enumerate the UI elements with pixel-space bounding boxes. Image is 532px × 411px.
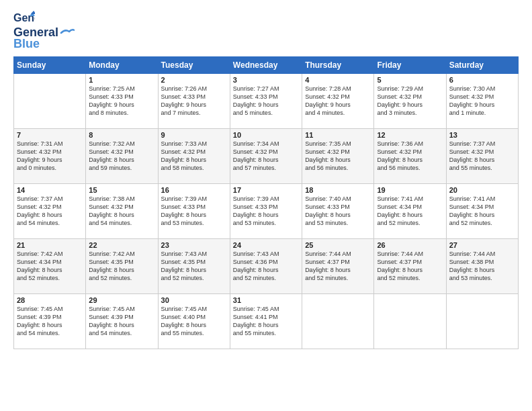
day-info: Sunrise: 7:41 AM Sunset: 4:34 PM Dayligh… — [377, 195, 443, 228]
day-number: 2 — [161, 76, 227, 84]
logo: General General Blue — [13, 11, 75, 51]
calendar-cell: 9Sunrise: 7:33 AM Sunset: 4:32 PM Daylig… — [158, 129, 230, 184]
calendar-cell: 6Sunrise: 7:30 AM Sunset: 4:32 PM Daylig… — [446, 74, 518, 129]
week-row-5: 28Sunrise: 7:45 AM Sunset: 4:39 PM Dayli… — [14, 294, 519, 349]
day-info: Sunrise: 7:40 AM Sunset: 4:33 PM Dayligh… — [305, 195, 371, 228]
day-info: Sunrise: 7:42 AM Sunset: 4:35 PM Dayligh… — [89, 250, 154, 283]
day-number: 10 — [233, 131, 299, 139]
weekday-header-friday: Friday — [374, 57, 446, 74]
calendar-cell: 15Sunrise: 7:38 AM Sunset: 4:32 PM Dayli… — [86, 184, 158, 239]
calendar-cell: 27Sunrise: 7:44 AM Sunset: 4:38 PM Dayli… — [446, 239, 518, 294]
calendar-cell: 14Sunrise: 7:37 AM Sunset: 4:32 PM Dayli… — [14, 184, 86, 239]
calendar-cell: 1Sunrise: 7:25 AM Sunset: 4:33 PM Daylig… — [86, 74, 158, 129]
day-number: 12 — [377, 131, 443, 139]
day-info: Sunrise: 7:32 AM Sunset: 4:32 PM Dayligh… — [89, 140, 154, 173]
calendar-cell — [14, 74, 86, 129]
day-number: 31 — [233, 296, 299, 304]
weekday-header-wednesday: Wednesday — [230, 57, 302, 74]
day-number: 29 — [89, 296, 154, 304]
weekday-header-saturday: Saturday — [446, 57, 518, 74]
day-info: Sunrise: 7:25 AM Sunset: 4:33 PM Dayligh… — [89, 85, 154, 118]
day-info: Sunrise: 7:34 AM Sunset: 4:32 PM Dayligh… — [233, 140, 299, 173]
day-number: 17 — [233, 186, 299, 194]
calendar-cell: 7Sunrise: 7:31 AM Sunset: 4:32 PM Daylig… — [14, 129, 86, 184]
day-number: 25 — [305, 241, 371, 249]
week-row-2: 7Sunrise: 7:31 AM Sunset: 4:32 PM Daylig… — [14, 129, 519, 184]
day-number: 9 — [161, 131, 227, 139]
weekday-header-row: SundayMondayTuesdayWednesdayThursdayFrid… — [14, 57, 519, 74]
calendar-cell: 11Sunrise: 7:35 AM Sunset: 4:32 PM Dayli… — [302, 129, 374, 184]
calendar-cell: 8Sunrise: 7:32 AM Sunset: 4:32 PM Daylig… — [86, 129, 158, 184]
day-number: 6 — [449, 76, 515, 84]
day-number: 3 — [233, 76, 299, 84]
day-number: 23 — [161, 241, 227, 249]
day-number: 4 — [305, 76, 371, 84]
day-info: Sunrise: 7:44 AM Sunset: 4:37 PM Dayligh… — [377, 250, 443, 283]
header: General General Blue — [13, 11, 519, 51]
logo-icon: General — [13, 11, 35, 26]
day-number: 19 — [377, 186, 443, 194]
day-number: 21 — [17, 241, 83, 249]
day-info: Sunrise: 7:42 AM Sunset: 4:34 PM Dayligh… — [17, 250, 83, 283]
week-row-3: 14Sunrise: 7:37 AM Sunset: 4:32 PM Dayli… — [14, 184, 519, 239]
weekday-header-tuesday: Tuesday — [158, 57, 230, 74]
day-info: Sunrise: 7:30 AM Sunset: 4:32 PM Dayligh… — [449, 85, 515, 118]
day-info: Sunrise: 7:43 AM Sunset: 4:35 PM Dayligh… — [161, 250, 227, 283]
day-info: Sunrise: 7:26 AM Sunset: 4:33 PM Dayligh… — [161, 85, 227, 118]
day-info: Sunrise: 7:35 AM Sunset: 4:32 PM Dayligh… — [305, 140, 371, 173]
calendar-cell: 18Sunrise: 7:40 AM Sunset: 4:33 PM Dayli… — [302, 184, 374, 239]
calendar-cell: 17Sunrise: 7:39 AM Sunset: 4:33 PM Dayli… — [230, 184, 302, 239]
day-number: 20 — [449, 186, 515, 194]
calendar-cell: 22Sunrise: 7:42 AM Sunset: 4:35 PM Dayli… — [86, 239, 158, 294]
day-number: 22 — [89, 241, 154, 249]
calendar-cell: 26Sunrise: 7:44 AM Sunset: 4:37 PM Dayli… — [374, 239, 446, 294]
day-info: Sunrise: 7:37 AM Sunset: 4:32 PM Dayligh… — [449, 140, 515, 173]
day-number: 28 — [17, 296, 83, 304]
day-info: Sunrise: 7:44 AM Sunset: 4:37 PM Dayligh… — [305, 250, 371, 283]
day-info: Sunrise: 7:36 AM Sunset: 4:32 PM Dayligh… — [377, 140, 443, 173]
logo-bird-icon — [60, 28, 75, 38]
calendar-cell: 25Sunrise: 7:44 AM Sunset: 4:37 PM Dayli… — [302, 239, 374, 294]
calendar-cell: 21Sunrise: 7:42 AM Sunset: 4:34 PM Dayli… — [14, 239, 86, 294]
day-info: Sunrise: 7:39 AM Sunset: 4:33 PM Dayligh… — [233, 195, 299, 228]
day-info: Sunrise: 7:31 AM Sunset: 4:32 PM Dayligh… — [17, 140, 83, 173]
day-number: 15 — [89, 186, 154, 194]
day-number: 1 — [89, 76, 154, 84]
calendar-cell: 10Sunrise: 7:34 AM Sunset: 4:32 PM Dayli… — [230, 129, 302, 184]
day-number: 8 — [89, 131, 154, 139]
calendar-cell: 2Sunrise: 7:26 AM Sunset: 4:33 PM Daylig… — [158, 74, 230, 129]
day-info: Sunrise: 7:39 AM Sunset: 4:33 PM Dayligh… — [161, 195, 227, 228]
calendar-cell: 19Sunrise: 7:41 AM Sunset: 4:34 PM Dayli… — [374, 184, 446, 239]
day-info: Sunrise: 7:28 AM Sunset: 4:32 PM Dayligh… — [305, 85, 371, 118]
day-number: 11 — [305, 131, 371, 139]
day-info: Sunrise: 7:45 AM Sunset: 4:39 PM Dayligh… — [17, 305, 83, 338]
day-number: 18 — [305, 186, 371, 194]
week-row-4: 21Sunrise: 7:42 AM Sunset: 4:34 PM Dayli… — [14, 239, 519, 294]
day-number: 13 — [449, 131, 515, 139]
day-number: 26 — [377, 241, 443, 249]
day-number: 24 — [233, 241, 299, 249]
day-info: Sunrise: 7:45 AM Sunset: 4:39 PM Dayligh… — [89, 305, 154, 338]
calendar-cell — [374, 294, 446, 349]
calendar-cell: 20Sunrise: 7:41 AM Sunset: 4:34 PM Dayli… — [446, 184, 518, 239]
calendar-cell: 4Sunrise: 7:28 AM Sunset: 4:32 PM Daylig… — [302, 74, 374, 129]
day-info: Sunrise: 7:29 AM Sunset: 4:32 PM Dayligh… — [377, 85, 443, 118]
day-info: Sunrise: 7:33 AM Sunset: 4:32 PM Dayligh… — [161, 140, 227, 173]
day-number: 7 — [17, 131, 83, 139]
day-info: Sunrise: 7:45 AM Sunset: 4:41 PM Dayligh… — [233, 305, 299, 338]
weekday-header-sunday: Sunday — [14, 57, 86, 74]
calendar-cell: 28Sunrise: 7:45 AM Sunset: 4:39 PM Dayli… — [14, 294, 86, 349]
weekday-header-thursday: Thursday — [302, 57, 374, 74]
weekday-header-monday: Monday — [86, 57, 158, 74]
calendar-cell: 12Sunrise: 7:36 AM Sunset: 4:32 PM Dayli… — [374, 129, 446, 184]
day-number: 16 — [161, 186, 227, 194]
calendar-cell: 30Sunrise: 7:45 AM Sunset: 4:40 PM Dayli… — [158, 294, 230, 349]
calendar-cell: 13Sunrise: 7:37 AM Sunset: 4:32 PM Dayli… — [446, 129, 518, 184]
day-info: Sunrise: 7:41 AM Sunset: 4:34 PM Dayligh… — [449, 195, 515, 228]
calendar-cell: 31Sunrise: 7:45 AM Sunset: 4:41 PM Dayli… — [230, 294, 302, 349]
calendar-cell: 16Sunrise: 7:39 AM Sunset: 4:33 PM Dayli… — [158, 184, 230, 239]
day-info: Sunrise: 7:27 AM Sunset: 4:33 PM Dayligh… — [233, 85, 299, 118]
day-number: 5 — [377, 76, 443, 84]
day-info: Sunrise: 7:43 AM Sunset: 4:36 PM Dayligh… — [233, 250, 299, 283]
calendar-cell — [446, 294, 518, 349]
